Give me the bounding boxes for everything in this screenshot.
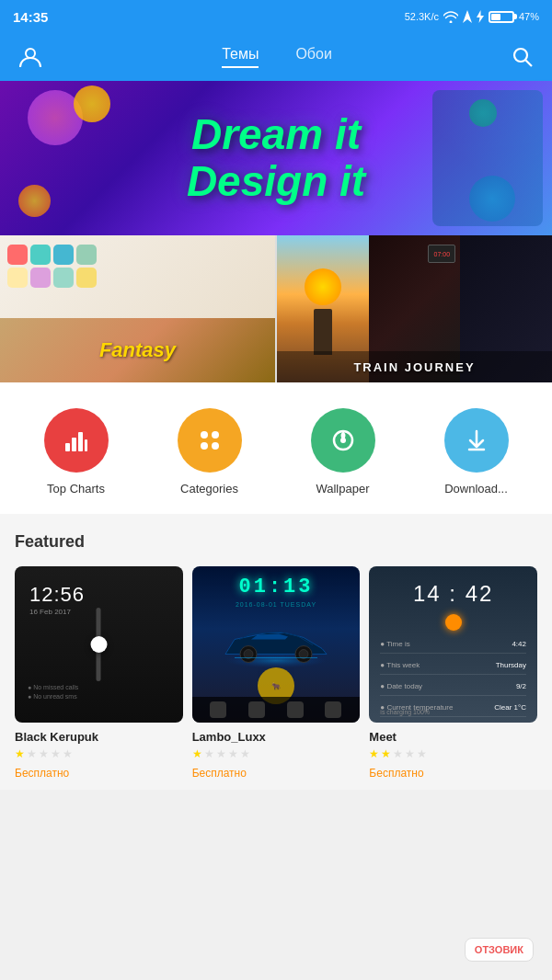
status-right-icons: 52.3K/c 47% [405,10,539,23]
svg-rect-3 [65,443,70,451]
stars-2: ★ ★ ★ ★ ★ [369,747,537,760]
theme-grid: Fantasy 07:00 TRAIN JOURNEY [0,235,552,382]
featured-section: Featured 12:56 16 Feb 2017 ● No [0,514,552,790]
banner-content: Dream itDesign it [0,81,552,235]
location-icon [463,10,472,23]
svg-point-10 [212,442,219,450]
thumb-lambo-luxx: 01:13 2016-08-01 TUESDAY [192,566,361,723]
featured-grid: 12:56 16 Feb 2017 ● No missed calls ● No… [15,566,537,781]
svg-line-2 [525,61,532,67]
svg-point-8 [212,431,219,439]
action-wallpaper-label: Wallpaper [316,482,369,496]
action-download[interactable]: Download... [444,408,509,496]
featured-item-lambo-luxx[interactable]: 01:13 2016-08-01 TUESDAY [192,566,361,781]
svg-rect-4 [72,438,76,451]
stars-1: ★ ★ ★ ★ ★ [192,747,361,760]
battery-icon [489,11,514,23]
nav-bar: Темы Обои [0,33,552,81]
theme-train-journey[interactable]: 07:00 TRAIN JOURNEY [277,235,552,382]
svg-point-7 [201,431,208,439]
svg-rect-6 [85,439,87,451]
price-0: Бесплатно [15,767,69,780]
banner-text: Dream itDesign it [187,111,365,204]
search-icon[interactable] [512,46,534,68]
status-speed: 52.3K/c [405,11,439,22]
action-top-charts-label: Top Charts [47,482,105,496]
action-categories-label: Categories [180,482,238,496]
status-bar: 14:35 52.3K/c 47% [0,0,552,33]
status-time: 14:35 [13,9,48,25]
thumb-meet: 14 : 42 ● Time is 4:42 ● This week Thurs… [369,566,537,723]
profile-icon[interactable] [18,45,42,69]
theme-fantasy[interactable]: Fantasy [0,235,275,382]
banner[interactable]: Dream itDesign it [0,81,552,235]
svg-point-12 [340,438,346,443]
featured-item-black-kerupuk[interactable]: 12:56 16 Feb 2017 ● No missed calls ● No… [15,566,183,781]
tab-themes[interactable]: Темы [222,46,259,68]
battery-pct: 47% [519,11,539,22]
featured-name-0: Black Kerupuk [15,730,183,744]
action-wallpaper[interactable]: Wallpaper [311,408,375,496]
svg-point-1 [514,49,527,62]
featured-name-1: Lambo_Luxx [192,730,361,744]
action-download-label: Download... [444,482,508,496]
watermark: ОТЗОВИК [465,938,534,962]
charging-icon [477,10,484,23]
featured-title: Featured [15,532,537,552]
featured-item-meet[interactable]: 14 : 42 ● Time is 4:42 ● This week Thurs… [369,566,537,781]
train-journey-label: TRAIN JOURNEY [353,360,475,374]
action-categories[interactable]: Categories [178,408,242,496]
price-2: Бесплатно [369,767,423,780]
action-row: Top Charts Categories Wallpaper [0,382,552,514]
fantasy-label: Fantasy [99,338,176,362]
wifi-icon [443,11,458,23]
action-top-charts[interactable]: Top Charts [44,408,109,496]
price-1: Бесплатно [192,767,247,780]
svg-rect-5 [78,432,83,451]
thumb-black-kerupuk: 12:56 16 Feb 2017 ● No missed calls ● No… [15,566,183,723]
featured-name-2: Meet [369,730,537,744]
tab-wallpaper[interactable]: Обои [295,46,331,68]
svg-point-0 [26,49,35,58]
svg-point-9 [201,442,208,450]
nav-tabs: Темы Обои [222,46,332,68]
stars-0: ★ ★ ★ ★ ★ [15,747,183,760]
